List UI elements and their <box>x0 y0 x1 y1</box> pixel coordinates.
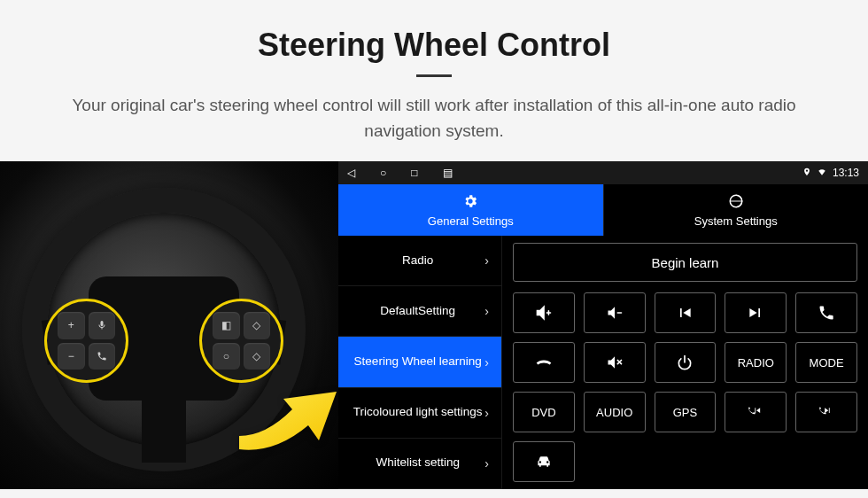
tab-general-settings[interactable]: General Settings <box>338 184 603 236</box>
fn-audio[interactable]: AUDIO <box>584 392 646 432</box>
chevron-right-icon: › <box>484 355 489 370</box>
fn-call-next[interactable] <box>795 392 857 432</box>
wheel-btn-menu-icon: ◧ <box>213 312 240 339</box>
fn-gps[interactable]: GPS <box>655 392 717 432</box>
screenshot-icon[interactable]: ▤ <box>443 167 453 179</box>
home-icon[interactable]: ○ <box>380 167 386 179</box>
menu-item-whitelist[interactable]: Whitelist setting › <box>338 439 502 489</box>
menu-item-steering-wheel[interactable]: Steering Wheel learning › <box>338 337 502 387</box>
chevron-right-icon: › <box>484 456 489 471</box>
learning-panel: Begin learn <box>502 236 868 489</box>
tab-label: System Settings <box>694 214 778 228</box>
chevron-right-icon: › <box>484 406 489 420</box>
chevron-right-icon: › <box>484 304 489 318</box>
page-subtitle: Your original car's steering wheel contr… <box>44 93 824 144</box>
wheel-btn-voice-icon <box>89 312 116 339</box>
fn-car[interactable] <box>513 441 575 482</box>
system-icon <box>728 193 744 213</box>
location-icon <box>802 167 811 179</box>
fn-call-prev[interactable] <box>725 392 787 432</box>
fn-mode[interactable]: MODE <box>795 342 857 383</box>
fn-dvd[interactable]: DVD <box>513 392 575 432</box>
tab-label: General Settings <box>428 214 514 228</box>
recent-icon[interactable]: □ <box>411 167 417 179</box>
menu-item-radio[interactable]: Radio › <box>338 236 502 286</box>
wifi-icon <box>817 167 827 179</box>
title-divider <box>416 74 452 77</box>
headunit-screen: ◁ ○ □ ▤ 13:13 General Setti <box>338 161 868 489</box>
fn-radio[interactable]: RADIO <box>725 342 787 383</box>
menu-item-tricoloured[interactable]: Tricoloured light settings › <box>338 388 502 439</box>
gear-icon <box>462 193 478 213</box>
menu-label: Radio <box>351 253 484 268</box>
fn-next-track[interactable] <box>725 292 787 333</box>
fn-prev-track[interactable] <box>655 292 717 333</box>
fn-vol-down[interactable] <box>584 292 646 333</box>
begin-learn-button[interactable]: Begin learn <box>513 243 857 282</box>
settings-side-menu: Radio › DefaultSetting › Steering Wheel … <box>338 236 502 489</box>
wheel-button-cluster-right: ◧ ◇ ○ ◇ <box>199 299 283 383</box>
fn-vol-up[interactable] <box>513 292 575 333</box>
menu-label: Steering Wheel learning <box>351 354 484 370</box>
menu-label: Whitelist setting <box>351 455 484 471</box>
clock-time: 13:13 <box>833 167 859 179</box>
android-navbar: ◁ ○ □ ▤ 13:13 <box>338 161 868 184</box>
menu-label: DefaultSetting <box>351 304 484 319</box>
back-icon[interactable]: ◁ <box>347 167 355 179</box>
fn-mute[interactable] <box>584 342 646 383</box>
wheel-btn-plus: + <box>58 312 85 339</box>
wheel-btn-minus: − <box>58 343 85 370</box>
wheel-btn-down-icon: ◇ <box>244 343 271 370</box>
chevron-right-icon: › <box>484 253 489 268</box>
steering-wheel-photo: + − ◧ ◇ ○ ◇ <box>0 161 338 489</box>
fn-power[interactable] <box>655 342 717 383</box>
page-title: Steering Wheel Control <box>35 27 833 64</box>
fn-call[interactable] <box>795 292 857 333</box>
wheel-btn-select-icon: ○ <box>213 343 240 370</box>
menu-label: Tricoloured light settings <box>351 405 484 420</box>
wheel-btn-phone-icon <box>89 343 116 370</box>
yellow-arrow-icon <box>230 374 338 454</box>
menu-item-default[interactable]: DefaultSetting › <box>338 286 502 337</box>
fn-hangup[interactable] <box>513 342 575 383</box>
tab-system-settings[interactable]: System Settings <box>603 184 869 236</box>
wheel-button-cluster-left: + − <box>44 299 128 383</box>
wheel-btn-up-icon: ◇ <box>244 312 271 339</box>
